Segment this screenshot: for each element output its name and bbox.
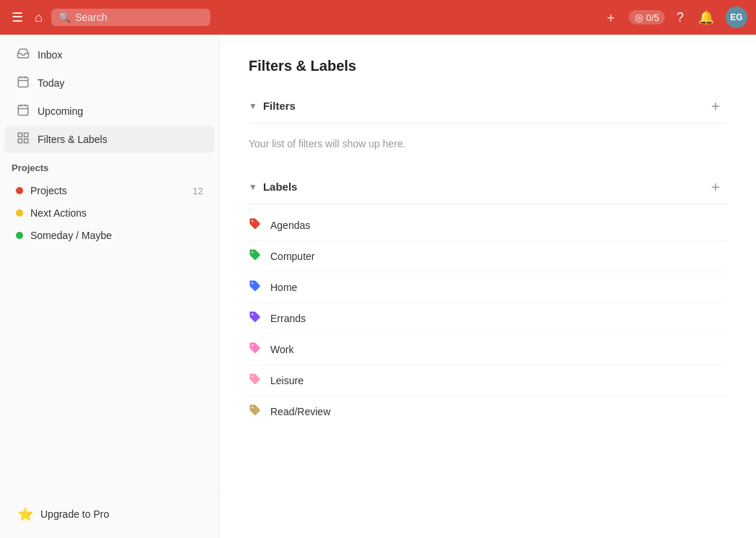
project-count: 12 [193,186,203,196]
page-title: Filters & Labels [249,58,727,74]
main-content: Filters & Labels ▼ Filters ＋ Your list o… [220,35,756,538]
filters-add-button[interactable]: ＋ [704,95,727,117]
label-item-errands[interactable]: Errands [249,303,727,334]
search-bar[interactable]: 🔍 Search [51,9,210,26]
label-tag-icon [249,342,262,357]
project-dot [16,209,23,217]
label-tag-icon [249,311,262,326]
svg-rect-11 [18,139,22,143]
project-dot [16,187,23,194]
project-item-someday-maybe[interactable]: Someday / Maybe [4,225,215,246]
svg-point-13 [252,251,253,253]
sidebar-item-upcoming[interactable]: Upcoming [4,97,215,125]
labels-chevron-icon: ▼ [249,182,257,192]
today-icon [16,75,30,91]
label-name: Leisure [270,375,304,386]
svg-point-16 [252,344,253,346]
filters-empty-text: Your list of filters will show up here. [249,129,727,158]
svg-point-12 [252,220,253,222]
avatar[interactable]: EG [726,6,747,28]
filters-section-header: ▼ Filters ＋ [249,95,727,123]
hamburger-icon[interactable]: ☰ [9,6,26,28]
notifications-icon[interactable]: 🔔 [695,6,717,28]
svg-rect-10 [25,139,28,143]
label-name: Computer [270,251,314,262]
grid-icon [16,131,30,147]
karma-icon: ◎ [635,12,643,23]
svg-point-14 [252,282,253,284]
label-name: Read/Review [270,406,330,417]
label-item-home[interactable]: Home [249,272,727,303]
svg-point-15 [252,313,253,315]
home-icon[interactable]: ⌂ [32,7,46,28]
labels-section-toggle[interactable]: ▼ Labels [249,181,297,193]
filters-chevron-icon: ▼ [249,101,257,111]
sidebar-item-today[interactable]: Today [4,69,215,97]
star-icon: ⭐ [17,506,33,522]
project-label: Next Actions [30,207,203,219]
label-name: Home [270,282,297,293]
label-tag-icon [249,279,262,295]
sidebar-item-inbox[interactable]: Inbox [4,41,215,69]
label-item-agendas[interactable]: Agendas [249,210,727,241]
project-item-projects[interactable]: Projects 12 [4,180,215,201]
labels-section: ▼ Labels ＋ Agendas Computer Home Errands… [249,175,727,427]
inbox-icon [16,47,30,63]
project-dot [16,232,23,239]
karma-score: 0/5 [646,12,659,23]
upgrade-label: Upgrade to Pro [40,508,109,520]
sidebar-item-filters-labels[interactable]: Filters & Labels [4,126,215,153]
filters-section-title: Filters [263,100,296,112]
search-label: Search [75,12,107,23]
labels-add-button[interactable]: ＋ [704,175,727,198]
project-item-next-actions[interactable]: Next Actions [4,202,215,224]
label-name: Agendas [270,220,310,231]
sidebar-item-label: Upcoming [38,105,203,117]
svg-rect-8 [18,133,22,136]
label-name: Work [270,344,293,355]
filters-section-toggle[interactable]: ▼ Filters [249,100,296,112]
label-item-computer[interactable]: Computer [249,241,727,272]
search-icon: 🔍 [59,12,71,23]
label-tag-icon [249,404,262,420]
filters-section: ▼ Filters ＋ Your list of filters will sh… [249,95,727,158]
label-item-work[interactable]: Work [249,334,727,365]
layout: Inbox Today Upcoming Filters & Labels Pr… [0,35,756,538]
upcoming-icon [16,103,30,119]
svg-rect-4 [18,105,28,116]
add-button[interactable]: ＋ [601,6,620,29]
help-icon[interactable]: ? [674,7,687,28]
labels-section-header: ▼ Labels ＋ [249,175,727,204]
label-tag-icon [249,248,262,264]
labels-section-title: Labels [263,181,298,193]
svg-rect-9 [25,133,28,136]
sidebar-nav: Inbox Today Upcoming Filters & Labels Pr… [0,35,219,256]
sidebar-item-label: Inbox [38,49,203,61]
upgrade-button[interactable]: ⭐ Upgrade to Pro [6,499,213,529]
label-item-leisure[interactable]: Leisure [249,365,727,396]
label-tag-icon [249,217,262,233]
svg-point-17 [252,376,253,377]
topnav-actions: ＋ ◎ 0/5 ? 🔔 EG [601,6,747,29]
label-tag-icon [249,373,262,389]
label-name: Errands [270,313,306,324]
sidebar-footer: ⭐ Upgrade to Pro [0,490,219,538]
projects-section-header: Projects [0,154,219,176]
sidebar-item-label: Filters & Labels [38,134,203,145]
project-label: Projects [30,185,186,196]
topnav: ☰ ⌂ 🔍 Search ＋ ◎ 0/5 ? 🔔 EG [0,0,756,35]
labels-list: Agendas Computer Home Errands Work Leisu… [249,210,727,427]
label-item-read-review[interactable]: Read/Review [249,396,727,427]
svg-rect-0 [18,77,28,87]
karma-indicator[interactable]: ◎ 0/5 [629,10,665,25]
svg-point-18 [252,407,253,408]
sidebar-item-label: Today [38,77,203,89]
sidebar: Inbox Today Upcoming Filters & Labels Pr… [0,35,220,538]
project-label: Someday / Maybe [30,230,203,241]
